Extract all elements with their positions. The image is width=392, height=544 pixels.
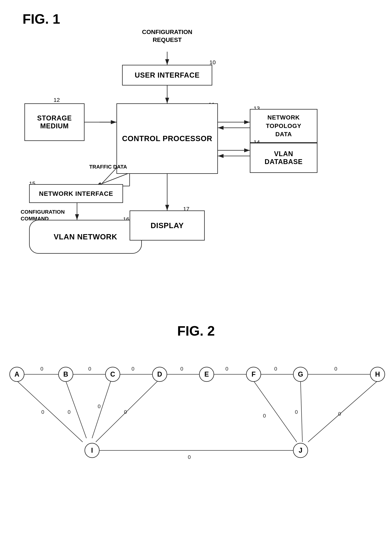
node-H: H [370, 367, 385, 382]
svg-line-29 [254, 381, 297, 442]
traffic-data-label: TRAFFIC DATA [89, 164, 136, 170]
svg-line-31 [308, 381, 378, 442]
svg-text:0: 0 [68, 409, 71, 415]
diagram2: 0 0 0 0 0 0 0 0 0 0 0 [0, 346, 392, 544]
node-B: B [58, 367, 73, 382]
vlan-network-box: VLAN NETWORK [29, 220, 142, 254]
ref12: 12 [53, 97, 60, 103]
network-topology-box: NETWORKTOPOLOGYDATA [250, 109, 317, 143]
node-A: A [9, 367, 24, 382]
svg-text:0: 0 [334, 366, 337, 372]
node-G: G [293, 367, 308, 382]
diagram1: CONFIGURATION REQUEST 10 USER INTERFACE … [19, 23, 372, 304]
fig2-section: FIG. 2 [0, 323, 392, 544]
svg-text:0: 0 [263, 413, 266, 419]
svg-line-24 [17, 381, 83, 442]
display-box: DISPLAY [130, 210, 205, 241]
control-processor-box: CONTROL PROCESSOR [117, 103, 218, 174]
fig2-title: FIG. 2 [0, 323, 392, 339]
vlan-database-box: VLANDATABASE [250, 143, 317, 173]
svg-text:0: 0 [180, 366, 183, 372]
svg-text:0: 0 [295, 409, 298, 415]
svg-line-30 [300, 381, 302, 442]
svg-text:0: 0 [225, 366, 228, 372]
svg-text:0: 0 [338, 411, 341, 417]
node-E: E [199, 367, 214, 382]
user-interface-box: USER INTERFACE [122, 65, 212, 85]
config-request-label: CONFIGURATION REQUEST [141, 28, 193, 44]
page: FIG. 1 [0, 0, 392, 544]
svg-text:0: 0 [40, 366, 43, 372]
network-interface-box: NETWORK INTERFACE [29, 184, 123, 203]
svg-text:0: 0 [131, 366, 135, 372]
svg-text:0: 0 [274, 366, 277, 372]
svg-text:0: 0 [98, 403, 101, 409]
svg-text:0: 0 [124, 409, 127, 415]
node-C: C [105, 367, 120, 382]
node-F: F [246, 367, 261, 382]
svg-text:0: 0 [41, 409, 44, 415]
node-J: J [293, 443, 308, 458]
svg-text:0: 0 [88, 366, 91, 372]
node-I: I [85, 443, 99, 458]
storage-medium-box: STORAGE MEDIUM [24, 103, 85, 141]
ref10: 10 [210, 59, 216, 65]
node-D: D [152, 367, 167, 382]
svg-text:0: 0 [188, 454, 191, 460]
